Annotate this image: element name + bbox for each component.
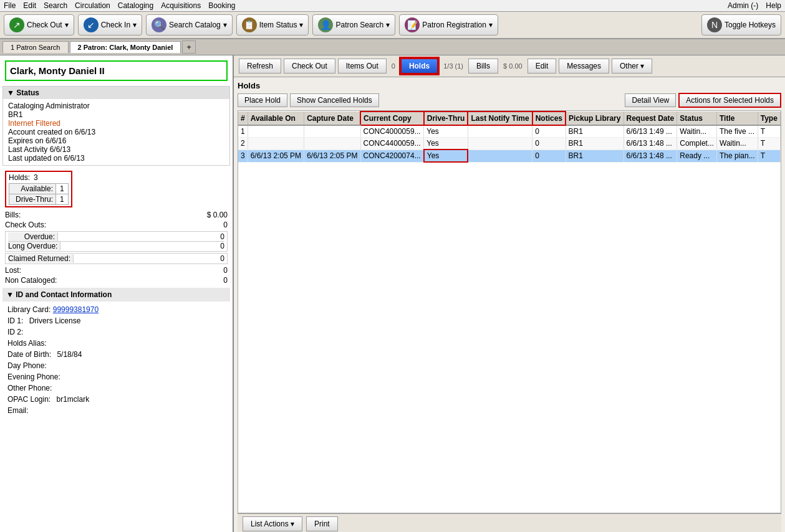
day-phone-row: Day Phone:: [7, 360, 225, 371]
place-hold-button[interactable]: Place Hold: [238, 93, 287, 107]
contact-header[interactable]: ▼ ID and Contact Information: [2, 288, 230, 302]
toggle-hotkeys-icon: N: [707, 17, 722, 32]
holds-stats-box: Holds: 3 Available: 1 Drive-Thru: 1: [5, 171, 72, 207]
show-cancelled-button[interactable]: Show Cancelled Holds: [290, 93, 379, 107]
status-body: Cataloging Administrator BR1 Internet Fi…: [3, 99, 229, 165]
patron-search-button[interactable]: 👤 Patron Search ▾: [312, 14, 395, 36]
right-panel: Refresh Check Out Items Out 0 Holds 1/3 …: [234, 55, 785, 532]
checkout-patient-button[interactable]: Check Out: [284, 59, 335, 74]
col-type: Type: [758, 112, 780, 125]
other-button[interactable]: Other ▾: [612, 59, 652, 74]
claimed-row: Claimed Returned: 0: [5, 253, 228, 264]
col-last-notify: Last Notify Time: [468, 112, 532, 125]
sidebar: Clark, Monty Daniel II ▼ Status Catalogi…: [0, 55, 234, 532]
col-current-copy: Current Copy: [360, 112, 424, 125]
patron-reg-button[interactable]: 📝 Patron Registration ▾: [399, 14, 498, 36]
tab-patron-clark[interactable]: 2 Patron: Clark, Monty Daniel: [70, 41, 181, 53]
item-status-icon: 📋: [242, 17, 257, 32]
status-header[interactable]: ▼ Status: [3, 87, 229, 99]
overdue-row: Overdue: 0: [8, 232, 224, 241]
col-request: Request Date: [624, 112, 677, 125]
opac-value: br1mclark: [57, 395, 90, 404]
claimed-value: 0: [220, 254, 224, 263]
bills-value: $ 0.00: [207, 211, 228, 219]
list-actions-button[interactable]: List Actions ▾: [243, 516, 302, 531]
col-capture: Capture Date: [304, 112, 360, 125]
refresh-button[interactable]: Refresh: [239, 59, 281, 74]
table-row[interactable]: 1CONC4000059...Yes0BR16/6/13 1:49 ...Wai…: [238, 125, 781, 138]
actions-selected-button[interactable]: Actions for Selected Holds: [678, 93, 781, 108]
bills-row: Bills: $ 0.00: [0, 210, 233, 220]
table-row[interactable]: 2CONC4400059...Yes0BR16/6/13 1:48 ...Com…: [238, 138, 781, 150]
table-row[interactable]: 36/6/13 2:05 PM6/6/13 2:05 PMCONC4200074…: [238, 150, 781, 162]
overdue-value: 0: [220, 232, 224, 241]
long-overdue-value: 0: [220, 242, 224, 250]
checkin-button[interactable]: ↙ Check In ▾: [78, 14, 142, 36]
evening-phone-label: Evening Phone:: [7, 373, 60, 381]
menu-file[interactable]: File: [4, 1, 16, 10]
tabs-bar: 1 Patron Search 2 Patron: Clark, Monty D…: [0, 39, 785, 55]
print-button[interactable]: Print: [306, 516, 338, 531]
status-section: ▼ Status Cataloging Administrator BR1 In…: [2, 86, 230, 166]
admin-label[interactable]: Admin (-): [728, 1, 758, 10]
holds-area: Holds Place Hold Show Cancelled Holds De…: [234, 77, 785, 532]
add-tab-button[interactable]: +: [182, 40, 196, 54]
admin-info: Admin (-) Help: [728, 1, 781, 10]
day-phone-label: Day Phone:: [7, 361, 47, 370]
checkouts-value: 0: [223, 221, 228, 229]
holds-alias-row: Holds Alias:: [7, 338, 225, 349]
dob-row: Date of Birth: 5/18/84: [7, 349, 225, 360]
menu-circulation[interactable]: Circulation: [75, 1, 110, 10]
search-catalog-button[interactable]: 🔍 Search Catalog ▾: [146, 14, 233, 36]
menu-bar: File Edit Search Circulation Cataloging …: [0, 0, 785, 12]
bills-button[interactable]: Bills: [468, 59, 498, 74]
messages-button[interactable]: Messages: [559, 59, 609, 74]
dob-label: Date of Birth:: [7, 350, 51, 359]
opac-label: OPAC Login:: [7, 395, 51, 404]
library-card-row: Library Card: 99999381970: [7, 304, 225, 315]
bills-label: Bills:: [5, 211, 21, 219]
menu-booking[interactable]: Booking: [208, 1, 235, 10]
items-out-button[interactable]: Items Out: [338, 59, 387, 74]
toggle-hotkeys-button[interactable]: N Toggle Hotkeys: [701, 14, 781, 36]
item-status-button[interactable]: 📋 Item Status ▾: [236, 14, 309, 36]
tab-patron-search[interactable]: 1 Patron Search: [2, 41, 69, 53]
holds-button[interactable]: Holds: [400, 58, 438, 74]
patient-toolbar: Refresh Check Out Items Out 0 Holds 1/3 …: [234, 55, 785, 77]
detail-view-button[interactable]: Detail View: [625, 93, 676, 107]
dob-value: 5/18/84: [57, 350, 82, 359]
library-card-label: Library Card:: [7, 305, 51, 314]
help-label[interactable]: Help: [766, 1, 781, 10]
last-activity: Last Activity 6/6/13: [8, 145, 224, 154]
items-out-count: 0: [389, 62, 398, 70]
edit-button[interactable]: Edit: [527, 59, 557, 74]
available-value: 1: [56, 184, 68, 194]
other-phone-label: Other Phone:: [7, 384, 52, 392]
id2-row: ID 2:: [7, 326, 225, 338]
drive-thru-label: Drive-Thru:: [9, 194, 56, 204]
checkout-button[interactable]: ↗ Check Out ▾: [4, 14, 74, 36]
opac-row: OPAC Login: br1mclark: [7, 394, 225, 405]
search-catalog-icon: 🔍: [152, 17, 166, 32]
sidebar-scroll: Clark, Monty Daniel II ▼ Status Catalogi…: [0, 55, 233, 532]
col-notices: Notices: [532, 112, 566, 125]
checkouts-label: Check Outs:: [5, 221, 46, 229]
status-title: Cataloging Administrator: [8, 102, 224, 110]
holds-table: # Available On Capture Date Current Copy…: [238, 110, 781, 513]
non-cataloged-label: Non Cataloged:: [5, 276, 57, 285]
library-card-value[interactable]: 99999381970: [53, 305, 99, 314]
non-cataloged-row: Non Cataloged: 0: [0, 275, 233, 285]
non-cataloged-value: 0: [223, 276, 228, 285]
status-branch: BR1: [8, 110, 224, 119]
col-available: Available On: [248, 112, 304, 125]
long-overdue-label: Long Overdue:: [8, 242, 60, 250]
menu-cataloging[interactable]: Cataloging: [118, 1, 153, 10]
main-toolbar: ↗ Check Out ▾ ↙ Check In ▾ 🔍 Search Cata…: [0, 12, 785, 39]
available-row: Available: 1 Drive-Thru: 1: [9, 183, 69, 205]
menu-edit[interactable]: Edit: [23, 1, 36, 10]
menu-search[interactable]: Search: [44, 1, 67, 10]
internet-filtered: Internet Filtered: [8, 119, 224, 128]
available-label: Available:: [9, 184, 56, 194]
menu-acquisitions[interactable]: Acquisitions: [161, 1, 201, 10]
checkouts-row: Check Outs: 0: [0, 220, 233, 230]
